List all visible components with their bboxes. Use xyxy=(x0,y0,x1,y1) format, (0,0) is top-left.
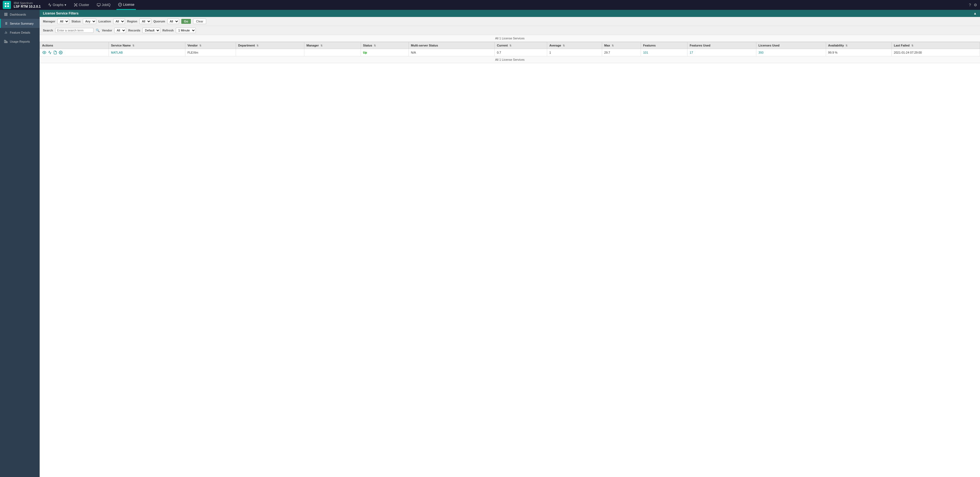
location-select[interactable]: All xyxy=(113,19,125,24)
search-label: Search xyxy=(43,29,53,32)
filter-row-1: Manager All Status Any Location All Regi… xyxy=(40,17,980,26)
sort-icon: ⇅ xyxy=(256,44,259,47)
col-current[interactable]: Current ⇅ xyxy=(495,42,547,49)
availability-cell: 99.9 % xyxy=(826,49,891,56)
main-layout: Dashboards Service Summary Feature Detai… xyxy=(0,10,980,477)
svg-rect-31 xyxy=(6,41,7,43)
sort-icon: ⇅ xyxy=(612,44,614,47)
max-cell: 29.7 xyxy=(602,49,641,56)
list-icon xyxy=(4,22,8,25)
sort-icon: ⇅ xyxy=(199,44,202,47)
records-select[interactable]: Default xyxy=(142,28,160,33)
col-average[interactable]: Average ⇅ xyxy=(547,42,602,49)
nav-graphs[interactable]: Graphs ▾ xyxy=(46,0,68,10)
refresh-label: Refresh xyxy=(162,29,173,32)
region-select[interactable]: All xyxy=(140,19,151,24)
table-summary-top: All 1 License Services xyxy=(40,35,980,42)
col-last-failed[interactable]: Last Failed ⇅ xyxy=(892,42,980,49)
last-failed-cell: 2021-01-24 07:29:00 xyxy=(892,49,980,56)
col-availability[interactable]: Availability ⇅ xyxy=(826,42,891,49)
col-actions: Actions xyxy=(40,42,109,49)
sidebar: Dashboards Service Summary Feature Detai… xyxy=(0,10,40,477)
topbar-icons: ? ⚙ xyxy=(969,3,977,7)
col-licenses-used: Licenses Used xyxy=(756,42,826,49)
actions-cell xyxy=(40,49,109,56)
features-used-cell[interactable]: 17 xyxy=(687,49,756,56)
svg-rect-3 xyxy=(7,5,9,7)
svg-rect-18 xyxy=(6,15,7,16)
vendor-select[interactable]: All xyxy=(114,28,126,33)
svg-rect-30 xyxy=(5,41,6,43)
col-service-name[interactable]: Service Name ⇅ xyxy=(109,42,185,49)
vendor-cell: FLEXlm xyxy=(185,49,236,56)
licenses-used-cell[interactable]: 393 xyxy=(756,49,826,56)
sidebar-item-usage-reports[interactable]: Usage Reports xyxy=(0,37,40,46)
table-row: MATLAB FLEXlm Up N/A 0.7 1 29.7 101 17 3… xyxy=(40,49,980,56)
clear-button[interactable]: Clear xyxy=(193,19,206,24)
sort-icon: ⇅ xyxy=(320,44,323,47)
svg-line-9 xyxy=(75,4,75,5)
svg-point-6 xyxy=(76,3,77,4)
sort-icon: ⇅ xyxy=(509,44,512,47)
svg-rect-1 xyxy=(7,3,9,5)
records-label: Records xyxy=(128,29,140,32)
col-features: Features xyxy=(641,42,687,49)
svg-rect-19 xyxy=(5,15,6,16)
nav-license[interactable]: License xyxy=(116,0,136,10)
status-select[interactable]: Any xyxy=(83,19,96,24)
go-button[interactable]: Go xyxy=(181,19,191,24)
manager-cell xyxy=(304,49,361,56)
svg-rect-0 xyxy=(5,3,6,5)
sort-icon: ⇅ xyxy=(912,44,913,47)
features-cell[interactable]: 101 xyxy=(641,49,687,56)
svg-point-5 xyxy=(75,3,75,4)
search-input[interactable] xyxy=(55,28,94,33)
action-view-icon[interactable] xyxy=(42,50,46,55)
settings-icon[interactable]: ⚙ xyxy=(974,3,977,7)
brand-bottom: LSF RTM 10.2.0.1 xyxy=(14,5,41,8)
col-vendor[interactable]: Vendor ⇅ xyxy=(185,42,236,49)
sort-icon: ⇅ xyxy=(132,44,135,47)
sidebar-item-feature-details[interactable]: Feature Details xyxy=(0,28,40,37)
top-navigation: Graphs ▾ Cluster JobIQ License xyxy=(46,0,508,10)
col-max[interactable]: Max ⇅ xyxy=(602,42,641,49)
sidebar-item-label: Usage Reports xyxy=(10,40,30,43)
svg-rect-13 xyxy=(97,3,100,6)
department-cell xyxy=(236,49,304,56)
status-cell: Up xyxy=(361,49,409,56)
svg-line-12 xyxy=(76,5,76,6)
location-label: Location xyxy=(99,20,111,23)
refresh-select[interactable]: 1 Minute xyxy=(176,28,196,33)
col-department[interactable]: Department ⇅ xyxy=(236,42,304,49)
col-features-used: Features Used xyxy=(687,42,756,49)
nav-jobiq[interactable]: JobIQ xyxy=(95,0,112,10)
current-cell: 0.7 xyxy=(495,49,547,56)
manager-select[interactable]: All xyxy=(57,19,69,24)
sidebar-item-label: Service Summary xyxy=(10,22,33,25)
bar-chart-icon xyxy=(4,40,8,43)
filter-bar-title: License Service Filters xyxy=(43,11,78,15)
multi-server-cell: N/A xyxy=(409,49,495,56)
col-status[interactable]: Status ⇅ xyxy=(361,42,409,49)
nav-cluster[interactable]: Cluster xyxy=(72,0,91,10)
svg-point-8 xyxy=(76,6,77,6)
quorum-select[interactable]: All xyxy=(167,19,179,24)
action-graph-icon[interactable] xyxy=(48,50,52,55)
action-report-icon[interactable] xyxy=(53,50,57,55)
svg-rect-29 xyxy=(5,40,5,43)
sidebar-item-service-summary[interactable]: Service Summary xyxy=(0,19,40,28)
service-name-cell[interactable]: MATLAB xyxy=(109,49,185,56)
table-header-row: Actions Service Name ⇅ Vendor ⇅ Departme… xyxy=(40,42,980,49)
help-icon[interactable]: ? xyxy=(969,3,971,7)
region-label: Region xyxy=(127,20,137,23)
table-summary-bottom: All 1 License Services xyxy=(40,56,980,63)
action-settings-icon[interactable] xyxy=(59,50,63,55)
sort-icon: ⇅ xyxy=(563,44,565,47)
svg-rect-2 xyxy=(5,5,6,7)
collapse-icon[interactable]: ▲ xyxy=(974,11,977,15)
col-manager[interactable]: Manager ⇅ xyxy=(304,42,361,49)
col-multi-server: Multi-server Status xyxy=(409,42,495,49)
search-icon[interactable]: 🔍 xyxy=(96,29,100,32)
sidebar-item-dashboards[interactable]: Dashboards xyxy=(0,10,40,19)
average-cell: 1 xyxy=(547,49,602,56)
